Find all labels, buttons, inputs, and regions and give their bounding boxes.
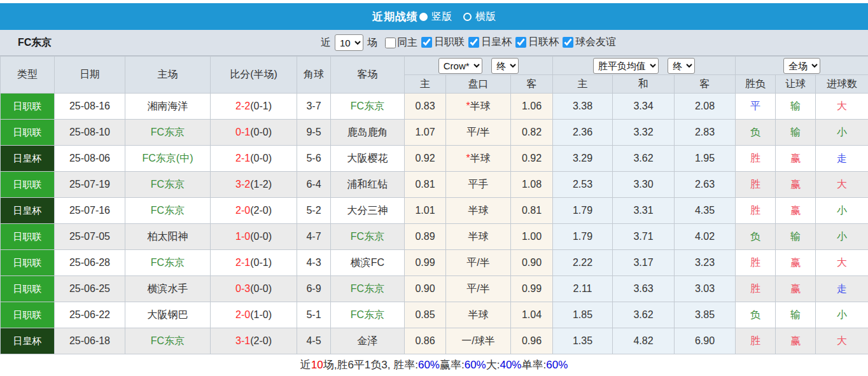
europe-draw-odds-cell: 3.30: [613, 172, 675, 198]
europe-draw-odds-cell: 3.34: [613, 94, 675, 120]
competition-filter: 日皇杯: [465, 36, 512, 49]
europe-home-odds-cell: 1.79: [553, 224, 613, 250]
header-type: 类型: [1, 57, 55, 94]
summary-segment: 40%: [500, 359, 521, 372]
radio-vertical-label[interactable]: 竖版: [431, 10, 452, 24]
europe-home-odds-cell: 2.22: [553, 250, 613, 276]
home-team-cell: 大阪钢巴: [125, 302, 211, 328]
scope-select[interactable]: 全场: [783, 58, 820, 74]
home-team-cell: FC东京: [125, 250, 211, 276]
outcome-goals-cell: 大: [816, 250, 868, 276]
outcome-handicap-cell: 赢: [776, 198, 816, 224]
competition-checkbox-3[interactable]: [563, 37, 573, 48]
date-cell: 25-07-05: [55, 224, 125, 250]
radio-horizontal-icon[interactable]: [463, 13, 472, 21]
competition-checkbox-1[interactable]: [468, 37, 479, 48]
competition-checkbox-0[interactable]: [421, 37, 432, 48]
date-cell: 25-06-18: [55, 328, 125, 354]
title-bar: 近期战绩 竖版 横版: [0, 3, 868, 30]
outcome-goals-cell: 小: [816, 224, 868, 250]
outcome-handicap-cell: 输: [776, 120, 816, 146]
europe-away-odds-cell: 2.08: [675, 94, 736, 120]
competition-label-1[interactable]: 日皇杯: [481, 36, 512, 49]
competition-label-2[interactable]: 日联杯: [528, 36, 559, 49]
table-row: 日职联25-07-05柏太阳神1-0(0-0)4-7FC东京0.89半球1.00…: [1, 224, 868, 250]
handicap-away-odds-cell: 1.06: [511, 94, 553, 120]
outcome-goals-cell: 大: [816, 94, 868, 120]
europe-away-odds-cell: 2.83: [675, 120, 736, 146]
handicap-source-select[interactable]: Crow*: [438, 58, 482, 74]
summary-segment: 赢率:: [440, 358, 465, 372]
europe-odds-source-select[interactable]: 胜平负均值: [593, 58, 659, 74]
corners-cell: 5-2: [297, 198, 331, 224]
handicap-line-cell: 半球: [446, 198, 511, 224]
corners-cell: 4-7: [297, 224, 331, 250]
handicap-line-cell: 一/球半: [446, 328, 511, 354]
subheader-outcome-handicap: 让球: [776, 75, 816, 94]
league-type-cell: 日职联: [1, 276, 55, 302]
score-cell: 3-2(1-2): [211, 172, 297, 198]
page-title: 近期战绩: [372, 10, 418, 24]
handicap-home-odds-cell: 0.83: [405, 94, 446, 120]
same-home-checkbox[interactable]: [385, 38, 396, 48]
league-type-cell: 日职联: [1, 302, 55, 328]
score-cell: 2-0(1-0): [211, 302, 297, 328]
europe-draw-odds-cell: 3.71: [613, 224, 675, 250]
date-cell: 25-08-10: [55, 120, 125, 146]
outcome-winloss-cell: 胜: [736, 250, 776, 276]
league-type-cell: 日职联: [1, 94, 55, 120]
competition-checkbox-2[interactable]: [515, 37, 526, 48]
handicap-time-select[interactable]: 终: [491, 58, 519, 74]
league-type-cell: 日职联: [1, 172, 55, 198]
date-cell: 25-06-22: [55, 302, 125, 328]
outcome-goals-cell: 小: [816, 302, 868, 328]
handicap-away-odds-cell: 0.99: [511, 276, 553, 302]
away-team-cell: 大分三神: [331, 198, 405, 224]
handicap-line-cell: 平/半: [446, 250, 511, 276]
recent-count-select[interactable]: 10: [335, 34, 363, 51]
radio-horizontal-label[interactable]: 横版: [475, 10, 496, 24]
europe-draw-odds-cell: 3.62: [613, 146, 675, 172]
away-team-cell: FC东京: [331, 276, 405, 302]
subheader-eu-draw: 和: [613, 75, 675, 94]
away-team-cell: 鹿岛鹿角: [331, 120, 405, 146]
header-away: 客场: [331, 57, 405, 94]
radio-vertical-selected-icon[interactable]: [419, 13, 428, 21]
league-type-cell: 日职联: [1, 224, 55, 250]
europe-draw-odds-cell: 3.32: [613, 120, 675, 146]
outcome-handicap-cell: 赢: [776, 328, 816, 354]
subheader-eu-away: 客: [675, 75, 736, 94]
corners-cell: 5-6: [297, 146, 331, 172]
league-type-cell: 日皇杯: [1, 146, 55, 172]
table-row: 日皇杯25-06-18FC东京3-1(2-0)4-5金泽0.86一/球半0.96…: [1, 328, 868, 354]
competition-label-0[interactable]: 日职联: [434, 36, 465, 49]
results-table: 类型 日期 主场 比分(半场) 角球 客场 Crow* 终 胜平负均值 终 全场…: [0, 56, 868, 354]
europe-odds-time-select[interactable]: 终: [668, 58, 695, 74]
competition-label-3[interactable]: 球会友谊: [575, 36, 616, 49]
handicap-away-odds-cell: 0.90: [511, 250, 553, 276]
same-home-label[interactable]: 同主: [397, 36, 417, 50]
subheader-ah-away: 客: [511, 75, 553, 94]
europe-draw-odds-cell: 4.82: [613, 328, 675, 354]
europe-away-odds-cell: 4.35: [675, 198, 736, 224]
outcome-winloss-cell: 胜: [736, 328, 776, 354]
outcome-handicap-cell: 赢: [776, 172, 816, 198]
table-header-row-top: 类型 日期 主场 比分(半场) 角球 客场 Crow* 终 胜平负均值 终 全场: [1, 57, 868, 75]
handicap-home-odds-cell: 0.86: [405, 328, 446, 354]
handicap-select-group: Crow* 终: [405, 57, 553, 75]
filter-controls: 近 10 场 同主 日职联日皇杯日联杯球会友谊: [317, 34, 616, 51]
corners-cell: 5-1: [297, 302, 331, 328]
outcome-handicap-cell: 输: [776, 302, 816, 328]
table-row: 日职联25-08-10FC东京0-1(0-0)9-5鹿岛鹿角1.07平/半0.8…: [1, 120, 868, 146]
outcome-goals-cell: 大: [816, 172, 868, 198]
europe-away-odds-cell: 3.85: [675, 302, 736, 328]
home-team-cell: 湘南海洋: [125, 94, 211, 120]
europe-home-odds-cell: 3.29: [553, 146, 613, 172]
europe-draw-odds-cell: 3.31: [613, 198, 675, 224]
handicap-line-cell: 半球: [446, 224, 511, 250]
table-row: 日职联25-08-16湘南海洋2-2(0-1)3-7FC东京0.83*半球1.0…: [1, 94, 868, 120]
summary-segment: 单率:: [521, 358, 546, 372]
date-cell: 25-08-16: [55, 94, 125, 120]
handicap-line-cell: 平/半: [446, 120, 511, 146]
outcome-handicap-cell: 输: [776, 94, 816, 120]
